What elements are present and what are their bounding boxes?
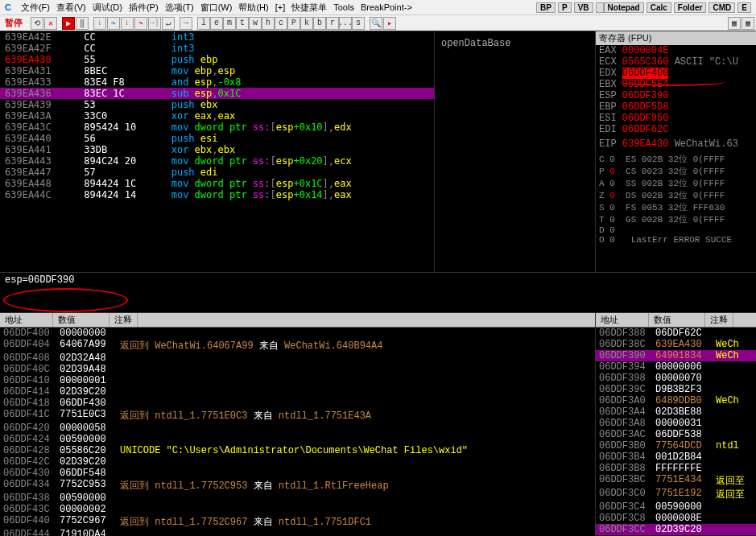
dump-row[interactable]: 06DDF40802D32A48 bbox=[0, 353, 595, 364]
register-row[interactable]: ESP 06DDF390 bbox=[596, 90, 756, 101]
dump-row[interactable]: 06DDF41C7751E0C3返回到 ntdll_1.7751E0C3 来自 … bbox=[0, 409, 595, 423]
trace-into-icon[interactable]: ↓ bbox=[121, 17, 134, 30]
stack-row[interactable]: 06DDF38C639EA430WeCh bbox=[596, 339, 756, 350]
menu-item[interactable]: 查看(V) bbox=[53, 2, 89, 12]
view-P-button[interactable]: P bbox=[287, 17, 300, 30]
disasm-row[interactable]: 639EA440 56 push esi bbox=[0, 133, 434, 144]
view-r-button[interactable]: r bbox=[326, 17, 339, 30]
dump-panel[interactable]: 地址 数值 注释 06DDF4000000000006DDF40464067A9… bbox=[0, 313, 595, 536]
flag-row[interactable]: Z 0 DS 002B 32位 0(FFFF bbox=[599, 189, 753, 201]
dump-row[interactable]: 06DDF42000000058 bbox=[0, 423, 595, 434]
stack-row[interactable]: 06DDF3CC02D39C20 bbox=[596, 524, 756, 535]
flag-icon[interactable]: ▸ bbox=[383, 17, 396, 30]
stack-row[interactable]: 06DDF3AC06DDF538 bbox=[596, 429, 756, 440]
menu-item[interactable]: 窗口(W) bbox=[197, 2, 236, 12]
run-to-icon[interactable]: →| bbox=[148, 17, 161, 30]
stack-row[interactable]: 06DDF3B077564DCDntdl bbox=[596, 440, 756, 451]
menu-button[interactable]: VB bbox=[574, 2, 593, 13]
flag-row[interactable]: P 0 CS 0023 32位 0(FFFF bbox=[599, 165, 753, 177]
stack-row[interactable]: 06DDF39064901834WeCh bbox=[596, 350, 756, 361]
menu-item[interactable]: 插件(P) bbox=[126, 2, 162, 12]
dump-row[interactable]: 06DDF43800590000 bbox=[0, 493, 595, 504]
dump-row[interactable]: 06DDF42805586C20UNICODE "C:\Users\Admini… bbox=[0, 445, 595, 456]
dump-row[interactable]: 06DDF41806DDF430 bbox=[0, 398, 595, 409]
register-row[interactable]: EAX 0000004E bbox=[596, 45, 756, 56]
step-over-icon[interactable]: ↷ bbox=[107, 17, 120, 30]
view-m-button[interactable]: m bbox=[223, 17, 236, 30]
stack-row[interactable]: 06DDF39800000070 bbox=[596, 373, 756, 384]
misc-icon-2[interactable]: ▦ bbox=[742, 17, 754, 30]
stack-row[interactable]: 06DDF3B4001D2B84 bbox=[596, 451, 756, 463]
pause-button[interactable]: 暂停 bbox=[2, 17, 26, 29]
registers-panel[interactable]: 寄存器 (FPU) EAX 0000004E ECX 0565C360 ASCI… bbox=[595, 31, 756, 272]
dump-row[interactable]: 06DDF44471910DA4 bbox=[0, 529, 595, 536]
dump-row[interactable]: 06DDF40464067A99返回到 WeChatWi.64067A99 来自… bbox=[0, 339, 595, 353]
disasm-row[interactable]: 639EA443 894C24 20 mov dword ptr ss:[esp… bbox=[0, 155, 434, 167]
disasm-row[interactable]: 639EA44C 894424 14 mov dword ptr ss:[esp… bbox=[0, 189, 434, 200]
dump-row[interactable]: 06DDF40C02D39A48 bbox=[0, 364, 595, 375]
stack-row[interactable]: 06DDF38806DDF62C bbox=[596, 328, 756, 339]
flag-row[interactable]: O 0 LastErr ERROR SUCCE bbox=[599, 235, 753, 245]
register-row[interactable]: EDI 06DDF62C bbox=[596, 124, 756, 135]
dump-row[interactable]: 06DDF43C00000002 bbox=[0, 504, 595, 515]
stack-row[interactable]: 06DDF3A06489DDB0WeCh bbox=[596, 395, 756, 406]
dump-row[interactable]: 06DDF42400590000 bbox=[0, 434, 595, 445]
disasm-row[interactable]: 639EA430 55 push ebp bbox=[0, 54, 434, 65]
menu-button[interactable]: Folder bbox=[674, 2, 707, 13]
dump-row[interactable]: 06DDF41000000001 bbox=[0, 375, 595, 386]
view-w-button[interactable]: w bbox=[249, 17, 262, 30]
disasm-row[interactable]: 639EA43A 33C0 xor eax,eax bbox=[0, 110, 434, 122]
disasm-row[interactable]: 639EA436 83EC 1C sub esp,0x1C bbox=[0, 88, 434, 99]
register-row[interactable]: EBP 06DDF5D8 bbox=[596, 101, 756, 113]
menu-button[interactable] bbox=[596, 2, 604, 13]
stack-row[interactable]: 06DDF3C07751E192返回至 bbox=[596, 488, 756, 501]
disasm-row[interactable]: 639EA447 57 push edi bbox=[0, 167, 434, 178]
stack-panel[interactable]: 地址 数值 注释 06DDF38806DDF62C06DDF38C639EA43… bbox=[595, 313, 756, 536]
stack-row[interactable]: 06DDF3A402D3BE88 bbox=[596, 406, 756, 418]
stack-row[interactable]: 06DDF3B8FFFFFFFE bbox=[596, 463, 756, 474]
view-k-button[interactable]: k bbox=[300, 17, 313, 30]
dump-row[interactable]: 06DDF43006DDF548 bbox=[0, 468, 595, 479]
flag-row[interactable]: T 0 GS 002B 32位 0(FFFF bbox=[599, 213, 753, 225]
register-row[interactable]: EDX 06DDF400 bbox=[596, 68, 756, 79]
menu-item[interactable]: 快捷菜单 bbox=[288, 2, 330, 12]
disasm-row[interactable]: 639EA431 8BEC mov ebp,esp bbox=[0, 65, 434, 76]
menu-item[interactable]: [+] bbox=[272, 2, 289, 12]
step-into-icon[interactable]: ↓ bbox=[93, 17, 106, 30]
view-b-button[interactable]: b bbox=[313, 17, 326, 30]
menu-button[interactable]: BP bbox=[536, 2, 556, 13]
menu-item[interactable]: 选项(T) bbox=[162, 2, 197, 12]
exec-till-return-icon[interactable]: ↵ bbox=[162, 17, 175, 30]
menu-button[interactable]: CMD bbox=[708, 2, 735, 13]
disassembly-panel[interactable]: 639EA42E CC int3 639EA42F CC int3 639EA4… bbox=[0, 31, 434, 272]
stack-row[interactable]: 06DDF39400000006 bbox=[596, 361, 756, 373]
disasm-row[interactable]: 639EA441 33DB xor ebx,ebx bbox=[0, 144, 434, 155]
disasm-row[interactable]: 639EA42E CC int3 bbox=[0, 31, 434, 43]
menu-button[interactable]: P bbox=[558, 2, 572, 13]
dump-row[interactable]: 06DDF4347752C953返回到 ntdll_1.7752C953 来自 … bbox=[0, 479, 595, 493]
flag-row[interactable]: A 0 SS 002B 32位 0(FFFF bbox=[599, 177, 753, 189]
disasm-row[interactable]: 639EA448 894424 1C mov dword ptr ss:[esp… bbox=[0, 178, 434, 189]
disasm-row[interactable]: 639EA439 53 push ebx bbox=[0, 99, 434, 110]
menu-item[interactable]: 文件(F) bbox=[18, 2, 53, 12]
dump-row[interactable]: 06DDF4407752C967返回到 ntdll_1.7752C967 来自 … bbox=[0, 515, 595, 529]
view-h-button[interactable]: h bbox=[262, 17, 275, 30]
play-icon[interactable]: ▶ bbox=[62, 17, 75, 30]
restart-icon[interactable]: ⟲ bbox=[31, 17, 43, 30]
flag-row[interactable]: C 0 ES 002B 32位 0(FFFF bbox=[599, 153, 753, 165]
disasm-row[interactable]: 639EA42F CC int3 bbox=[0, 43, 434, 54]
stack-row[interactable]: 06DDF3C80000008E bbox=[596, 513, 756, 524]
stack-row[interactable]: 06DDF3C400590000 bbox=[596, 501, 756, 513]
view-l-button[interactable]: l bbox=[197, 17, 210, 30]
flag-row[interactable]: D 0 bbox=[599, 225, 753, 235]
close-icon[interactable]: ✕ bbox=[44, 17, 57, 30]
disasm-row[interactable]: 639EA43C 895424 10 mov dword ptr ss:[esp… bbox=[0, 122, 434, 133]
stack-row[interactable]: 06DDF39CD9B3B2F3 bbox=[596, 384, 756, 395]
menu-item[interactable]: 调试(D) bbox=[89, 2, 126, 12]
register-row[interactable]: ESI 06DDF950 bbox=[596, 113, 756, 124]
stack-row[interactable]: 06DDF3A800000031 bbox=[596, 418, 756, 429]
view-e-button[interactable]: e bbox=[210, 17, 223, 30]
stack-row[interactable]: 06DDF3BC7751E434返回至 bbox=[596, 474, 756, 488]
trace-over-icon[interactable]: ↷ bbox=[134, 17, 147, 30]
register-row[interactable]: EBX 06DDF5E4 bbox=[596, 79, 756, 90]
